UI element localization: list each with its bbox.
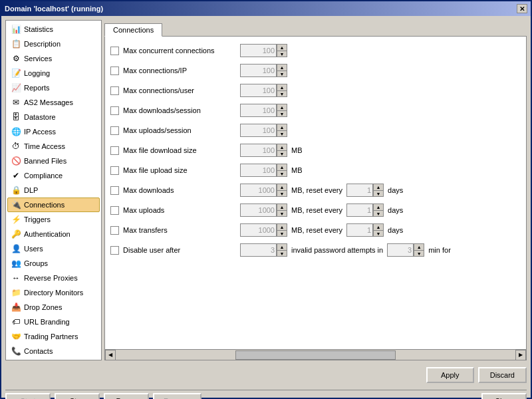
sidebar-item-dropzones[interactable]: 📥Drop Zones bbox=[7, 300, 100, 315]
sidebar-label-services: Services bbox=[24, 55, 52, 63]
stop-button[interactable]: Stop bbox=[55, 393, 100, 399]
sidebar-item-ipaccess[interactable]: 🌐IP Access bbox=[7, 124, 100, 139]
tab-connections[interactable]: Connections bbox=[104, 23, 162, 37]
sidebar-item-bannedfiles[interactable]: 🚫Banned Files bbox=[7, 154, 100, 168]
spin-up-max-connections-ip[interactable]: ▲ bbox=[277, 64, 287, 70]
sidebar-item-tradingpartners[interactable]: 🤝Trading Partners bbox=[7, 329, 100, 344]
spin-up-max-uploads[interactable]: ▲ bbox=[277, 203, 287, 210]
checkbox-max-uploads-session[interactable] bbox=[110, 126, 119, 135]
dropzones-icon: 📥 bbox=[11, 302, 21, 313]
sidebar-label-users: Users bbox=[24, 245, 43, 253]
sidebar-item-reports[interactable]: 📈Reports bbox=[7, 80, 100, 95]
spin-up-max-downloads[interactable]: ▲ bbox=[277, 184, 287, 190]
sidebar-item-dlp[interactable]: 🔒DLP bbox=[7, 183, 100, 198]
sidebar-label-connections: Connections bbox=[24, 201, 65, 209]
spin-down-max-file-download[interactable]: ▼ bbox=[277, 150, 287, 157]
spin-up-max-downloads-session[interactable]: ▲ bbox=[277, 104, 287, 110]
spin-up-max-file-download[interactable]: ▲ bbox=[277, 144, 287, 150]
start-button[interactable]: Start bbox=[5, 393, 51, 399]
reset-input-max-transfers[interactable] bbox=[346, 223, 373, 237]
sidebar-item-logging[interactable]: 📝Logging bbox=[7, 66, 100, 80]
spin-down-max-transfers[interactable]: ▼ bbox=[277, 230, 287, 237]
input-max-file-upload[interactable] bbox=[240, 164, 277, 177]
checkbox-max-connections-user[interactable] bbox=[110, 86, 119, 95]
pause-button[interactable]: Pause bbox=[104, 393, 149, 399]
sidebar-item-statistics[interactable]: 📊Statistics bbox=[7, 22, 100, 37]
checkbox-max-connections-ip[interactable] bbox=[110, 66, 119, 75]
h-scroll-right[interactable]: ▶ bbox=[515, 350, 526, 360]
reset-spin-up-disable-user[interactable]: ▲ bbox=[414, 243, 424, 250]
discard-button[interactable]: Discard bbox=[478, 367, 527, 383]
reset-spin-down-max-downloads[interactable]: ▼ bbox=[373, 190, 384, 197]
checkbox-max-file-download[interactable] bbox=[110, 146, 119, 155]
spin-up-max-file-upload[interactable]: ▲ bbox=[277, 164, 287, 170]
reset-spin-up-max-transfers[interactable]: ▲ bbox=[373, 223, 384, 230]
sidebar-item-services[interactable]: ⚙Services bbox=[7, 51, 100, 66]
sidebar-item-groups[interactable]: 👥Groups bbox=[7, 256, 100, 271]
sidebar-item-reverseproxies[interactable]: ↔Reverse Proxies bbox=[7, 271, 100, 285]
spin-down-max-downloads-session[interactable]: ▼ bbox=[277, 110, 287, 117]
input-max-file-download[interactable] bbox=[240, 144, 277, 157]
checkbox-max-downloads[interactable] bbox=[110, 186, 119, 195]
sidebar-item-triggers[interactable]: ⚡Triggers bbox=[7, 212, 100, 227]
input-disable-user[interactable] bbox=[240, 243, 277, 257]
sidebar-label-urlbranding: URL Branding bbox=[24, 318, 70, 326]
spin-up-max-concurrent[interactable]: ▲ bbox=[277, 44, 287, 51]
h-scroll-thumb[interactable] bbox=[235, 350, 395, 360]
checkbox-max-concurrent[interactable] bbox=[110, 47, 119, 55]
close-button-footer[interactable]: Close bbox=[481, 393, 527, 399]
sidebar-item-as2messages[interactable]: ✉AS2 Messages bbox=[7, 95, 100, 110]
sidebar-item-users[interactable]: 👤Users bbox=[7, 241, 100, 256]
input-max-uploads-session[interactable] bbox=[240, 124, 277, 137]
close-button[interactable]: ✕ bbox=[517, 4, 527, 13]
sidebar-item-description[interactable]: 📋Description bbox=[7, 37, 100, 51]
input-max-transfers[interactable] bbox=[240, 223, 277, 237]
sidebar-item-compliance[interactable]: ✔Compliance bbox=[7, 168, 100, 183]
resume-button[interactable]: Resume bbox=[153, 393, 201, 399]
spin-down-max-downloads[interactable]: ▼ bbox=[277, 190, 287, 197]
reset-input-disable-user[interactable] bbox=[387, 243, 414, 257]
row-max-transfers: Max transfers▲▼MB, reset every▲▼days bbox=[110, 221, 521, 239]
spin-down-max-connections-ip[interactable]: ▼ bbox=[277, 70, 287, 77]
spin-down-max-connections-user[interactable]: ▼ bbox=[277, 90, 287, 97]
input-max-connections-ip[interactable] bbox=[240, 64, 277, 77]
sidebar-item-authentication[interactable]: 🔑Authentication bbox=[7, 227, 100, 241]
input-max-downloads-session[interactable] bbox=[240, 104, 277, 117]
h-scroll-left[interactable]: ◀ bbox=[105, 350, 116, 360]
sidebar-item-connections[interactable]: 🔌Connections bbox=[7, 198, 100, 212]
spin-down-max-concurrent[interactable]: ▼ bbox=[277, 51, 287, 57]
sidebar-item-timeaccess[interactable]: ⏱Time Access bbox=[7, 139, 100, 154]
spin-down-max-uploads-session[interactable]: ▼ bbox=[277, 130, 287, 137]
reset-spin-up-max-downloads[interactable]: ▲ bbox=[373, 184, 384, 190]
services-icon: ⚙ bbox=[11, 53, 21, 64]
input-max-uploads[interactable] bbox=[240, 203, 277, 217]
spin-up-max-connections-user[interactable]: ▲ bbox=[277, 84, 287, 90]
spin-up-max-transfers[interactable]: ▲ bbox=[277, 223, 287, 230]
checkbox-max-uploads[interactable] bbox=[110, 206, 119, 215]
checkbox-disable-user[interactable] bbox=[110, 246, 119, 255]
reset-spin-down-disable-user[interactable]: ▼ bbox=[414, 250, 424, 257]
spin-down-disable-user[interactable]: ▼ bbox=[277, 250, 287, 257]
input-max-downloads[interactable] bbox=[240, 184, 277, 197]
sidebar-label-triggers: Triggers bbox=[24, 215, 51, 223]
sidebar-item-directorymonitors[interactable]: 📁Directory Monitors bbox=[7, 285, 100, 300]
spin-up-max-uploads-session[interactable]: ▲ bbox=[277, 124, 287, 130]
reset-input-max-downloads[interactable] bbox=[346, 184, 373, 197]
checkbox-max-transfers[interactable] bbox=[110, 226, 119, 235]
sidebar-item-urlbranding[interactable]: 🏷URL Branding bbox=[7, 315, 100, 329]
checkbox-max-file-upload[interactable] bbox=[110, 166, 119, 175]
checkbox-max-downloads-session[interactable] bbox=[110, 106, 119, 115]
sidebar-item-contacts[interactable]: 📞Contacts bbox=[7, 344, 100, 358]
input-max-concurrent[interactable] bbox=[240, 44, 277, 57]
spin-down-max-file-upload[interactable]: ▼ bbox=[277, 170, 287, 177]
reset-input-max-uploads[interactable] bbox=[346, 203, 373, 217]
reset-spin-down-max-transfers[interactable]: ▼ bbox=[373, 230, 384, 237]
spin-up-disable-user[interactable]: ▲ bbox=[277, 243, 287, 250]
reset-spin-up-max-uploads[interactable]: ▲ bbox=[373, 203, 384, 210]
input-max-connections-user[interactable] bbox=[240, 84, 277, 97]
panel-scroll[interactable]: Max concurrent connections▲▼Max connecti… bbox=[105, 37, 526, 349]
reset-spin-down-max-uploads[interactable]: ▼ bbox=[373, 210, 384, 217]
spin-down-max-uploads[interactable]: ▼ bbox=[277, 210, 287, 217]
apply-button[interactable]: Apply bbox=[426, 367, 474, 383]
sidebar-item-datastore[interactable]: 🗄Datastore bbox=[7, 110, 100, 124]
